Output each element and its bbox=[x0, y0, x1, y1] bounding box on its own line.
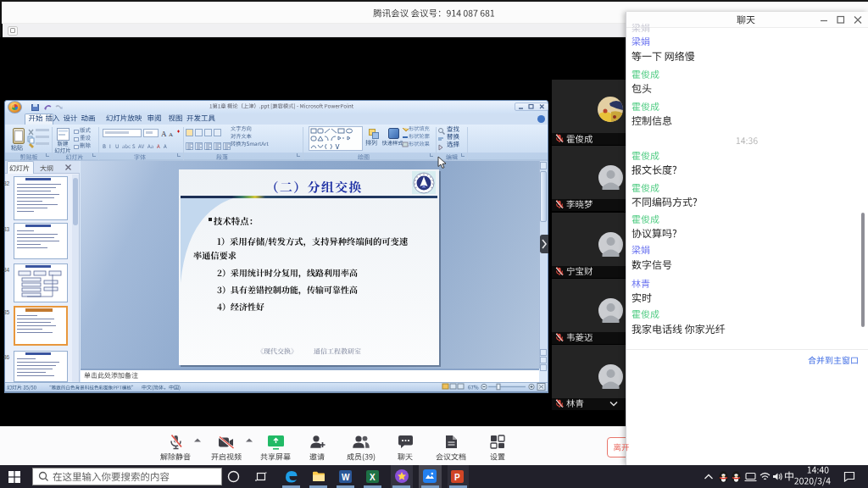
svg-text:34: 34 bbox=[3, 267, 10, 273]
svg-text:35: 35 bbox=[3, 309, 10, 315]
svg-text:32: 32 bbox=[3, 180, 10, 186]
svg-text:X: X bbox=[370, 473, 376, 482]
svg-text:33: 33 bbox=[3, 226, 10, 232]
svg-text:W: W bbox=[342, 473, 350, 482]
svg-text:A: A bbox=[161, 130, 167, 138]
svg-text:P: P bbox=[454, 473, 460, 482]
svg-text:36: 36 bbox=[3, 354, 10, 360]
svg-text:A: A bbox=[169, 131, 173, 138]
